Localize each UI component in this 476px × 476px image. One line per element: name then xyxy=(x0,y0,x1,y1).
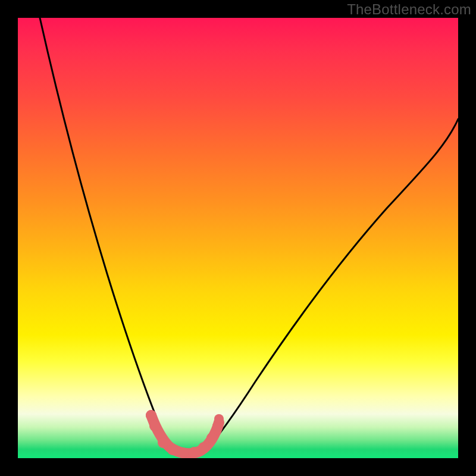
svg-point-4 xyxy=(178,447,189,458)
svg-point-5 xyxy=(189,447,199,458)
chart-frame: TheBottleneck.com xyxy=(0,0,476,476)
svg-point-3 xyxy=(167,444,178,455)
plot-area xyxy=(18,18,458,458)
watermark-text: TheBottleneck.com xyxy=(347,1,471,18)
svg-point-7 xyxy=(206,433,217,443)
curves-layer xyxy=(18,18,458,458)
svg-point-2 xyxy=(158,437,168,448)
curve-right xyxy=(203,119,458,453)
svg-point-1 xyxy=(149,421,160,431)
svg-point-0 xyxy=(146,410,156,421)
svg-point-9 xyxy=(214,414,224,424)
curve-left xyxy=(40,18,177,453)
svg-point-6 xyxy=(198,442,209,453)
